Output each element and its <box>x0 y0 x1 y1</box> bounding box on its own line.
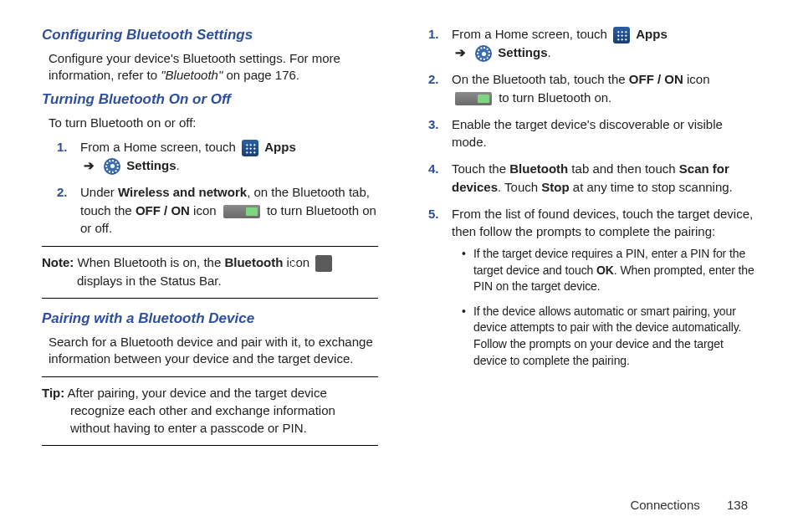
text: . Touch <box>498 180 541 194</box>
settings-icon <box>475 45 492 62</box>
note-label: Note: <box>42 255 74 269</box>
step-2: 2. Under Wireless and network, on the Bl… <box>65 183 378 238</box>
step-2: 2. On the Bluetooth tab, touch the OFF /… <box>437 70 756 107</box>
step-number: 1. <box>57 138 68 156</box>
settings-label: Settings <box>126 158 176 172</box>
apps-icon <box>242 140 258 156</box>
text: From a Home screen, touch <box>452 27 611 41</box>
text: icon <box>283 255 313 269</box>
text: Under <box>80 185 118 199</box>
paragraph-config: Configure your device's Bluetooth settin… <box>42 50 378 84</box>
note-block: Note: When Bluetooth is on, the Bluetoot… <box>42 253 378 289</box>
text: From a Home screen, touch <box>80 140 239 154</box>
paragraph-toturn: To turn Bluetooth on or off: <box>42 115 378 131</box>
text: After pairing, your device and the targe… <box>64 386 335 435</box>
step-number: 4. <box>428 160 439 178</box>
step-3: 3. Enable the target device's discoverab… <box>437 115 756 152</box>
divider <box>42 376 378 377</box>
divider <box>42 298 378 299</box>
text: . <box>176 158 180 172</box>
text: If the device allows automatic or smart … <box>473 304 741 367</box>
subitem-pin: If the target device requires a PIN, ent… <box>462 246 756 295</box>
text: at any time to stop scanning. <box>570 180 733 194</box>
tip-label: Tip: <box>42 386 64 400</box>
text: icon <box>683 72 710 86</box>
text-bold: Wireless and network <box>118 185 247 199</box>
text: displays in the Status Bar. <box>77 274 222 288</box>
step-5: 5. From the list of found devices, touch… <box>437 205 756 370</box>
text-bold: Bluetooth <box>509 161 568 176</box>
steps-turn-on-off: 1. From a Home screen, touch Apps ➔ Sett… <box>42 138 378 238</box>
tip-block: Tip: After pairing, your device and the … <box>42 384 378 437</box>
right-column: 1. From a Home screen, touch Apps ➔ Sett… <box>420 25 756 453</box>
footer-page-number: 138 <box>727 498 748 512</box>
settings-label: Settings <box>498 45 547 59</box>
step-number: 2. <box>57 183 68 202</box>
step-number: 1. <box>428 25 439 43</box>
apps-icon <box>613 27 630 43</box>
settings-icon <box>104 158 120 175</box>
text-bold: OFF / ON <box>629 72 683 86</box>
divider <box>42 246 378 247</box>
subitem-auto: If the device allows automatic or smart … <box>462 304 756 369</box>
toggle-icon <box>455 92 492 105</box>
text: Touch the <box>452 161 509 176</box>
step-4: 4. Touch the Bluetooth tab and then touc… <box>437 160 756 197</box>
text-bold: OFF / ON <box>136 203 190 217</box>
text: Enable the target device's discoverable … <box>452 117 723 150</box>
page-footer: Connections 138 <box>630 498 748 512</box>
text: When Bluetooth is on, the <box>74 255 224 269</box>
content-columns: Configuring Bluetooth Settings Configure… <box>42 25 756 453</box>
apps-label: Apps <box>264 140 296 154</box>
apps-label: Apps <box>636 27 668 41</box>
step-number: 2. <box>428 70 439 89</box>
sublist-pairing: If the target device requires a PIN, ent… <box>452 246 756 369</box>
heading-config-bluetooth: Configuring Bluetooth Settings <box>42 27 378 43</box>
steps-pairing: 1. From a Home screen, touch Apps ➔ Sett… <box>420 25 756 369</box>
toggle-icon <box>223 205 260 218</box>
text: icon <box>190 203 220 217</box>
arrow-icon: ➔ <box>455 45 466 59</box>
bluetooth-icon: ⚹ <box>315 255 332 272</box>
xref-bluetooth: "Bluetooth" <box>161 68 223 82</box>
step-1: 1. From a Home screen, touch Apps ➔ Sett… <box>65 138 378 175</box>
heading-turning-bluetooth: Turning Bluetooth On or Off <box>42 91 378 108</box>
paragraph-pairing: Search for a Bluetooth device and pair w… <box>42 334 378 368</box>
text: From the list of found devices, touch th… <box>452 207 753 239</box>
text: . <box>548 45 551 59</box>
footer-section: Connections <box>630 498 699 512</box>
text: on page 176. <box>223 68 299 82</box>
arrow-icon: ➔ <box>84 158 95 172</box>
text: tab and then touch <box>568 161 679 176</box>
text: On the Bluetooth tab, touch the <box>452 72 629 86</box>
text-bold: OK <box>596 263 614 277</box>
text: to turn Bluetooth on. <box>495 90 611 105</box>
text-bold: Bluetooth <box>224 255 283 269</box>
step-number: 3. <box>428 115 439 134</box>
left-column: Configuring Bluetooth Settings Configure… <box>42 25 378 453</box>
step-number: 5. <box>428 205 439 223</box>
text-bold: Stop <box>541 180 569 194</box>
heading-pairing: Pairing with a Bluetooth Device <box>42 310 378 327</box>
divider <box>42 445 378 446</box>
step-1: 1. From a Home screen, touch Apps ➔ Sett… <box>437 25 756 62</box>
